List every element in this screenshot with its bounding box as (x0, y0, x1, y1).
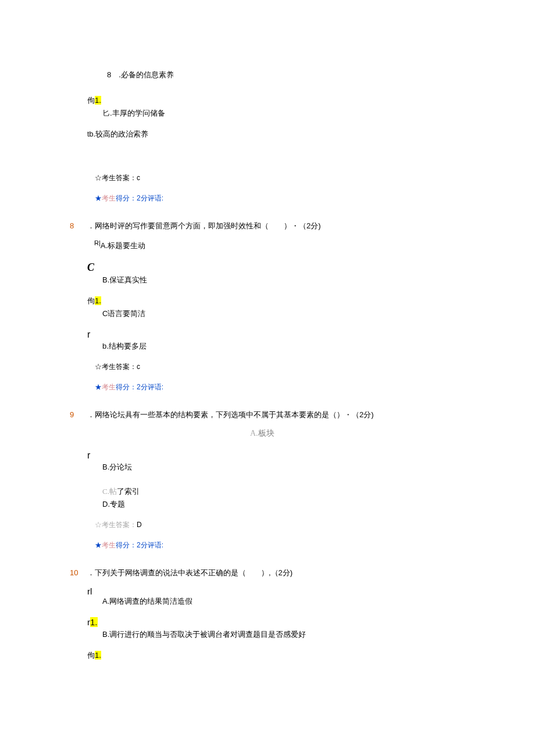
q10-text: ．下列关于网络调查的说法中表述不正确的是（ ）,（2分) (87, 568, 293, 578)
q9-score-star: ★ (95, 541, 102, 549)
question-10: 10 ．下列关于网络调查的说法中表述不正确的是（ ）,（2分) (87, 568, 535, 578)
option-b8-text: 8 .必备的信息素养 (107, 70, 535, 80)
q9-b-text: B.分论坛 (102, 462, 535, 472)
q10-marker-gou: 佝 (87, 651, 95, 660)
q8-d-text: b.结构要多层 (102, 341, 535, 352)
q8-answer-value: c (137, 363, 140, 371)
q9-c-faded: C.帖 (102, 487, 117, 496)
q10-number: 10 (70, 568, 87, 577)
q9-answer-value: D (137, 521, 142, 529)
answer-line: ☆考生答案：c (95, 173, 535, 183)
q8-a-prefix: R| (94, 239, 101, 246)
q8-number: 8 (70, 221, 87, 230)
q10-marker-rl: rl (87, 586, 535, 596)
q8-marker-r: r (87, 329, 535, 340)
q9-score-line: ★考生得分：2分评语: (95, 540, 535, 550)
score-pink: 考生 (102, 194, 116, 202)
q9-a-faded: A. (250, 429, 258, 438)
marker-highlight: 1. (95, 96, 101, 105)
q9-d-text: D.专题 (102, 499, 535, 510)
q9-c-rest: 了索引 (117, 487, 140, 496)
q9-answer-line: ☆考生答案：D (95, 520, 535, 530)
score-line: ★考生得分：2分评语: (95, 194, 535, 203)
q8-option-b-group: C B.保证真实性 (87, 261, 535, 285)
q10-a-text: A.网络调查的结果简洁造假 (102, 596, 535, 607)
q8-marker-c: C (87, 261, 535, 274)
q9-option-cd-group: C.帖了索引 D.专题 (102, 486, 535, 510)
q10-marker-gou-hl: 1. (95, 651, 101, 660)
q8-marker-gou-hl: 1. (95, 296, 101, 305)
q8-option-c-group: 佝1. C语言要简洁 (87, 296, 535, 319)
q8-option-a: R|A.标题要生动 (94, 239, 535, 251)
q8-score-blue-1: 得分：2分 (116, 383, 148, 391)
q8-a-text: A.标题要生动 (101, 241, 145, 250)
answer-value: c (137, 174, 140, 182)
answer-prefix: ☆考生答案： (95, 174, 137, 182)
q8-answer-line: ☆考生答案：c (95, 362, 535, 372)
option-bi-text: 匕.丰厚的学问储备 (102, 108, 535, 119)
question-9: 9 ．网络论坛具有一些基本的结构要素，下列选项中不属于其基本要素的是（）・（2分… (87, 410, 535, 420)
q8-option-d-group: r b.结构要多层 (87, 329, 535, 352)
q8-score-star: ★ (95, 383, 102, 391)
q9-score-pink: 考生 (102, 541, 116, 549)
option-group-gou: 佝1. 匕.丰厚的学问储备 (87, 95, 535, 119)
q8-c-text: C语言要简洁 (102, 309, 535, 319)
q10-option-a-group: rl A.网络调查的结果简洁造假 (87, 586, 535, 607)
question-8: 8 ．网络时评的写作要留意两个方面，即加强时效性和（ ）・（2分) (87, 221, 535, 231)
q9-score-blue-2: 评语: (148, 541, 163, 549)
q8-marker-gou: 佝 (87, 296, 95, 305)
option-tb-block: tb.较高的政治索养 (87, 129, 535, 139)
q9-option-a: A.板块 (250, 428, 535, 439)
option-tb-text: b.较高的政治索养 (89, 130, 148, 138)
q10-marker-gou-group: 佝1. (87, 650, 535, 661)
score-blue-2: 评语: (148, 194, 163, 202)
q9-text: ．网络论坛具有一些基本的结构要素，下列选项中不属于其基本要素的是（）・（2分) (87, 410, 374, 420)
q10-option-b-group: r1. B.调行进行的顺当与否取决于被调台者对调查题目是否感爱好 (87, 617, 535, 640)
q8-score-pink: 考生 (102, 383, 116, 391)
score-blue-1: 得分：2分 (116, 194, 148, 202)
q8-score-line: ★考生得分：2分评语: (95, 382, 535, 392)
q10-b-text: B.调行进行的顺当与否取决于被调台者对调查题目是否感爱好 (102, 629, 535, 640)
q8-score-blue-2: 评语: (148, 383, 163, 391)
q8-b-text: B.保证真实性 (102, 275, 535, 285)
q9-answer-prefix: ☆考生答案： (95, 521, 137, 529)
q9-option-b-group: r B.分论坛 (87, 450, 535, 472)
q8-text: ．网络时评的写作要留意两个方面，即加强时效性和（ ）・（2分) (87, 221, 321, 231)
q9-a-text: 板块 (258, 429, 274, 438)
marker-gou: 佝 (87, 96, 95, 105)
q9-score-blue-1: 得分：2分 (116, 541, 148, 549)
q10-marker-r1-hl: 1. (90, 617, 98, 627)
q9-marker-r: r (87, 450, 535, 461)
q8-answer-prefix: ☆考生答案： (95, 363, 137, 371)
score-star: ★ (95, 194, 102, 202)
q9-number: 9 (70, 410, 87, 419)
